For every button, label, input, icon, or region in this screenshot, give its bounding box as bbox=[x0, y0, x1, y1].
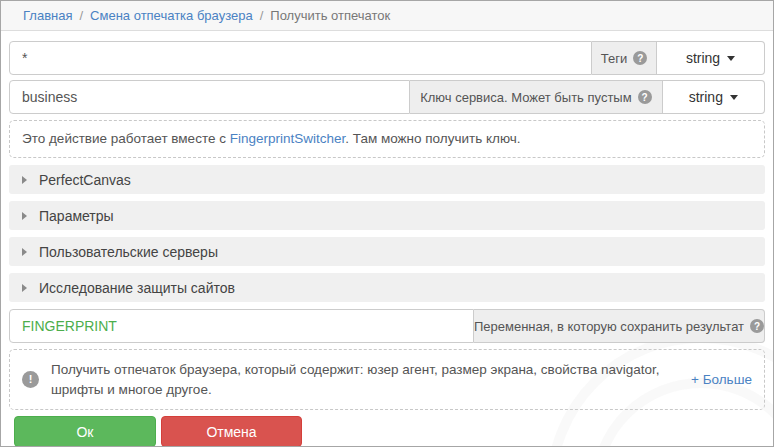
tags-type-dropdown[interactable]: string bbox=[657, 41, 765, 75]
tags-input[interactable] bbox=[9, 41, 592, 75]
section-label: Пользовательские серверы bbox=[39, 244, 218, 260]
chevron-right-icon bbox=[22, 176, 27, 184]
breadcrumb-link-category[interactable]: Смена отпечатка браузера bbox=[90, 8, 253, 23]
tags-field-group: Теги ? string bbox=[9, 41, 765, 75]
action-dialog: Главная / Смена отпечатка браузера / Пол… bbox=[0, 0, 774, 447]
dialog-buttons: Ок Отмена bbox=[14, 416, 765, 447]
result-var-input[interactable] bbox=[9, 309, 474, 343]
result-var-field-group: Переменная, в которую сохранить результа… bbox=[9, 309, 765, 343]
cancel-button[interactable]: Отмена bbox=[161, 416, 302, 447]
service-key-field-group: Ключ сервиса. Может быть пустым ? string bbox=[9, 80, 765, 114]
help-icon[interactable]: ? bbox=[750, 319, 764, 333]
caret-down-icon bbox=[727, 56, 735, 61]
help-icon[interactable]: ? bbox=[633, 51, 647, 65]
tags-type-value: string bbox=[686, 50, 720, 66]
chevron-right-icon bbox=[22, 248, 27, 256]
breadcrumb-separator: / bbox=[79, 8, 83, 23]
section-perfectcanvas[interactable]: PerfectCanvas bbox=[9, 165, 765, 194]
breadcrumb-current: Получить отпечаток bbox=[270, 8, 390, 23]
result-var-addon-label-box: Переменная, в которую сохранить результа… bbox=[474, 309, 765, 343]
caret-down-icon bbox=[730, 95, 738, 100]
fingerprint-switcher-link[interactable]: FingerprintSwitcher bbox=[230, 131, 346, 146]
action-description-note: ! Получить отпечаток браузера, который с… bbox=[9, 349, 765, 410]
ok-button[interactable]: Ок bbox=[14, 416, 156, 447]
section-user-servers[interactable]: Пользовательские серверы bbox=[9, 237, 765, 266]
section-label: Исследование защиты сайтов bbox=[39, 280, 235, 296]
service-key-addon-label-box: Ключ сервиса. Может быть пустым ? bbox=[410, 80, 662, 114]
service-key-input[interactable] bbox=[9, 80, 410, 114]
switcher-note: Это действие работает вместе с Fingerpri… bbox=[9, 120, 765, 158]
service-key-type-dropdown[interactable]: string bbox=[663, 80, 765, 114]
service-key-type-value: string bbox=[689, 89, 723, 105]
action-description-text: Получить отпечаток браузера, который сод… bbox=[51, 360, 679, 399]
section-label: PerfectCanvas bbox=[39, 172, 131, 188]
tags-label: Теги bbox=[601, 51, 627, 66]
chevron-right-icon bbox=[22, 212, 27, 220]
breadcrumb: Главная / Смена отпечатка браузера / Пол… bbox=[1, 1, 773, 31]
switcher-note-prefix: Это действие работает вместе с bbox=[22, 131, 230, 146]
result-var-label: Переменная, в которую сохранить результа… bbox=[474, 319, 744, 334]
help-icon[interactable]: ? bbox=[638, 90, 652, 104]
tags-addon-label-box: Теги ? bbox=[592, 41, 657, 75]
service-key-label: Ключ сервиса. Может быть пустым bbox=[420, 90, 631, 105]
section-site-protection-research[interactable]: Исследование защиты сайтов bbox=[9, 273, 765, 302]
breadcrumb-link-home[interactable]: Главная bbox=[23, 8, 72, 23]
switcher-note-suffix: . Там можно получить ключ. bbox=[345, 131, 520, 146]
section-label: Параметры bbox=[39, 208, 114, 224]
more-link[interactable]: + Больше bbox=[691, 370, 752, 390]
breadcrumb-separator: / bbox=[260, 8, 264, 23]
section-parameters[interactable]: Параметры bbox=[9, 201, 765, 230]
chevron-right-icon bbox=[22, 284, 27, 292]
exclamation-icon: ! bbox=[22, 371, 39, 388]
